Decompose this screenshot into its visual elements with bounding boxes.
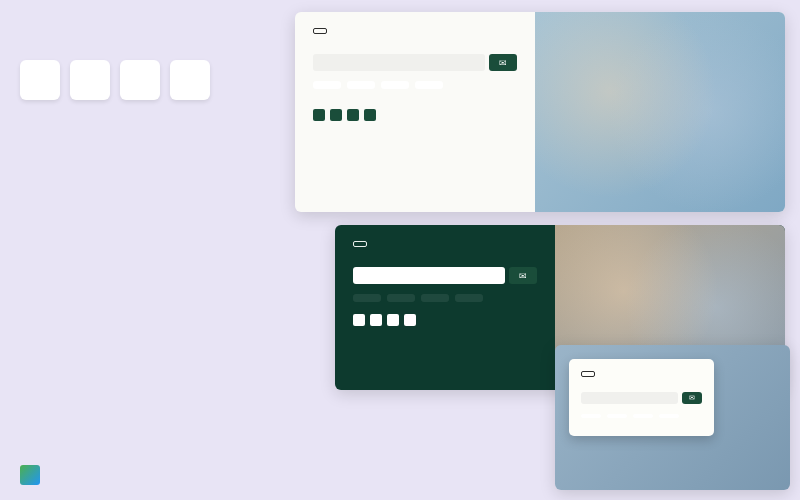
vendor-brand [20,465,46,485]
facebook-icon[interactable] [353,314,365,326]
hero-image [535,12,785,212]
coming-soon-badge [313,28,327,34]
template-preview-light: ✉ [295,12,785,212]
preview-content: ✉ [295,12,535,212]
countdown-hours [347,81,375,89]
facebook-icon[interactable] [313,109,325,121]
countdown-days [581,414,601,418]
x-icon[interactable] [364,109,376,121]
countdown-days [313,81,341,89]
jquery-icon [70,60,110,100]
countdown-hours [607,414,627,418]
linkedin-icon[interactable] [387,314,399,326]
instagram-icon[interactable] [370,314,382,326]
countdown-minutes [421,294,449,302]
email-field[interactable] [353,267,505,284]
send-icon: ✉ [519,271,527,281]
countdown-seconds [659,414,679,418]
countdown-minutes [381,81,409,89]
coming-soon-badge [353,241,367,247]
social-links [353,314,537,326]
countdown-minutes [633,414,653,418]
html5-icon [20,60,60,100]
css3-icon [120,60,160,100]
send-icon: ✉ [689,394,695,402]
subscribe-form: ✉ [313,54,517,71]
countdown-seconds [415,81,443,89]
marketing-sidebar [20,20,280,100]
countdown-timer [313,81,517,89]
email-field[interactable] [313,54,485,71]
coming-soon-badge [581,371,595,377]
vendor-logo-icon [20,465,40,485]
submit-button[interactable]: ✉ [682,392,702,404]
instagram-icon[interactable] [330,109,342,121]
social-links [313,109,517,121]
bootstrap-icon [170,60,210,100]
email-field[interactable] [581,392,678,404]
countdown-seconds [455,294,483,302]
floating-card: ✉ [569,359,714,436]
preview-content: ✉ [335,225,555,390]
subscribe-form: ✉ [353,267,537,284]
x-icon[interactable] [404,314,416,326]
subscribe-form: ✉ [581,392,702,404]
send-icon: ✉ [499,58,507,68]
countdown-timer [581,414,702,418]
linkedin-icon[interactable] [347,109,359,121]
tech-stack-icons [20,60,280,100]
template-preview-card: ✉ [555,345,790,490]
countdown-days [353,294,381,302]
submit-button[interactable]: ✉ [509,267,537,284]
submit-button[interactable]: ✉ [489,54,517,71]
countdown-timer [353,294,537,302]
countdown-hours [387,294,415,302]
